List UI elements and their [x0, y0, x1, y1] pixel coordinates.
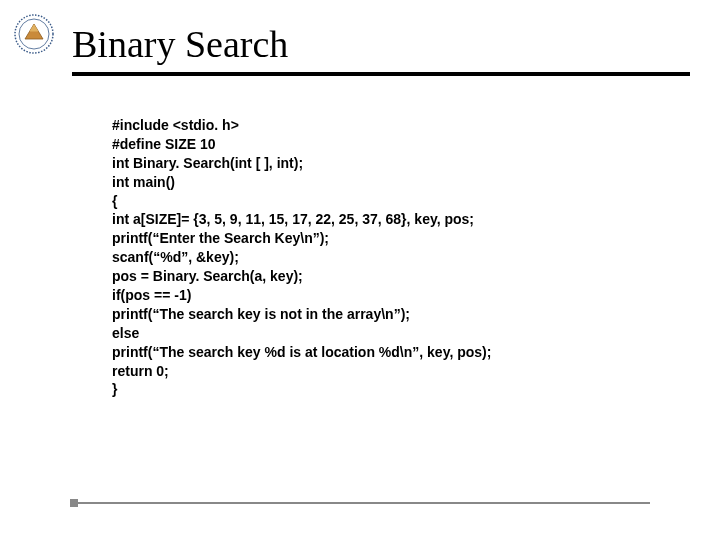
institution-logo: [14, 14, 54, 54]
code-block: #include <stdio. h> #define SIZE 10 int …: [112, 116, 491, 399]
svg-marker-3: [30, 24, 39, 32]
footer-decoration: [70, 502, 650, 504]
slide-title: Binary Search: [72, 22, 288, 66]
title-underline: [72, 72, 690, 76]
